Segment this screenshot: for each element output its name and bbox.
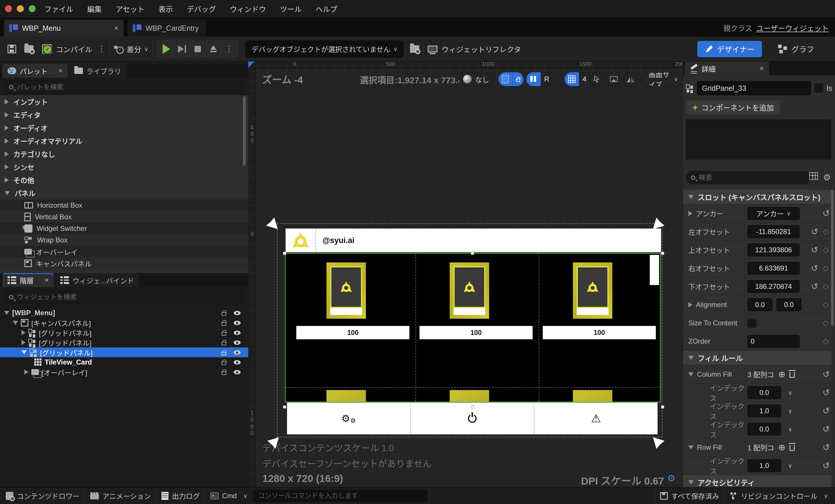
resize-handle[interactable] (283, 405, 286, 409)
add-component-button[interactable]: + コンポーネントを追加 (686, 100, 780, 114)
minimize-window-button[interactable] (17, 5, 24, 12)
palette-category-input[interactable]: インプット (0, 95, 248, 108)
save-status-button[interactable]: すべて保存済み (660, 491, 719, 501)
index-value-input[interactable]: 0.0 (748, 423, 781, 436)
eject-button[interactable] (206, 41, 221, 57)
resize-handle[interactable] (283, 252, 286, 255)
animation-button[interactable]: アニメーション (90, 491, 151, 501)
menu-help[interactable]: ヘルプ (316, 3, 338, 14)
trash-icon[interactable] (790, 372, 795, 378)
palette-scrollbar[interactable] (243, 96, 246, 166)
palette-search-input[interactable] (17, 83, 239, 91)
collapse-icon[interactable] (688, 445, 693, 449)
lock-icon[interactable] (222, 371, 226, 375)
lock-icon[interactable] (222, 352, 226, 355)
slot-section-header[interactable]: スロット (キャンバスパネルスロット) (683, 190, 832, 204)
frame-skip-button[interactable] (174, 41, 190, 57)
palette-item-canvas-panel[interactable]: キャンバスパネル (0, 258, 248, 269)
details-search[interactable] (686, 171, 811, 184)
localization-preview-dropdown[interactable]: なし (459, 72, 493, 86)
widget-name-input[interactable] (697, 81, 811, 95)
tree-row-wbp-menu[interactable]: [WBP_Menu] (0, 308, 248, 318)
chevron-down-icon[interactable]: ∨ (788, 407, 792, 415)
anchor-dropdown[interactable]: アンカー∨ (748, 207, 800, 220)
close-icon[interactable]: × (760, 64, 764, 73)
revision-control-button[interactable]: リビジョンコントロール ∨ (730, 491, 828, 501)
reset-icon[interactable]: ↺ (822, 387, 830, 398)
corner-resize-arrow[interactable] (653, 218, 665, 229)
eye-icon[interactable] (234, 370, 241, 375)
output-log-button[interactable]: 出力ログ (162, 491, 200, 501)
tileview-grid[interactable]: 100 100 100 (286, 254, 659, 402)
details-search-input[interactable] (699, 174, 806, 182)
menu-tools[interactable]: ツール (280, 3, 302, 14)
lock-icon[interactable] (222, 322, 226, 326)
reset-icon[interactable]: ↺ (822, 208, 830, 218)
add-element-icon[interactable]: ⊕ (778, 442, 786, 452)
settings-cell[interactable]: ⚙⚙ (287, 403, 411, 435)
resize-handle[interactable] (471, 405, 474, 409)
index-value-input[interactable]: 1.0 (748, 459, 781, 472)
save-icon[interactable] (7, 45, 16, 53)
tab-wbp-cardentry[interactable]: WBP_CardEntry (127, 20, 206, 37)
eye-icon[interactable] (234, 311, 241, 315)
bind-diamond-icon[interactable]: ◇ (823, 300, 829, 309)
offset-right-input[interactable]: 6.633691 (748, 262, 800, 275)
graph-mode-button[interactable]: グラフ (778, 43, 814, 54)
resize-handle[interactable] (471, 252, 474, 255)
widget-reflector-button[interactable]: ウィジェットリフレクタ (442, 44, 521, 54)
hierarchy-search[interactable] (4, 290, 244, 303)
details-scrollbar[interactable] (831, 190, 834, 326)
index-value-input[interactable]: 0.0 (748, 386, 781, 399)
stop-button[interactable] (190, 41, 206, 57)
lock-icon[interactable] (222, 332, 226, 336)
reset-icon[interactable]: ↺ (822, 424, 830, 434)
tab-hierarchy[interactable]: 階層 × (2, 273, 54, 287)
chevron-down-icon[interactable]: ∨ (788, 462, 792, 469)
cmd-dropdown[interactable]: >_ Cmd ∨ (210, 492, 247, 500)
close-window-button[interactable] (5, 5, 12, 12)
palette-category-synth[interactable]: シンセ (0, 160, 248, 174)
parent-class-link[interactable]: ユーザーウィジェット (756, 24, 829, 33)
reset-icon[interactable]: ↺ (822, 406, 830, 416)
index-value-input[interactable]: 1.0 (748, 405, 781, 417)
debug-object-dropdown[interactable]: デバッグオブジェクトが選択されていません ∨ (246, 41, 404, 57)
tree-row-grid-panel-3-selected[interactable]: [グリッドパネル] (0, 347, 248, 357)
size-to-content-checkbox[interactable] (748, 319, 756, 327)
card-entry[interactable] (326, 262, 366, 319)
gear-icon[interactable]: ⚙ (823, 172, 831, 182)
trash-icon[interactable] (790, 445, 795, 451)
zoom-window-button[interactable] (29, 5, 36, 12)
offset-bottom-input[interactable]: 186.270874 (748, 280, 800, 293)
alignment-x-input[interactable]: 0.0 (748, 298, 772, 311)
expand-icon[interactable] (688, 211, 692, 216)
content-drawer-button[interactable]: コンテンツドロワー (6, 491, 79, 501)
flip-preview-button[interactable] (623, 72, 638, 86)
hierarchy-search-input[interactable] (17, 293, 239, 301)
zorder-input[interactable]: 0 (748, 335, 800, 348)
is-variable-checkbox[interactable] (814, 84, 823, 93)
designer-mode-button[interactable]: デザイナー (697, 41, 762, 57)
reset-icon[interactable]: ↺ (811, 263, 818, 273)
palette-category-panel[interactable]: パネル (0, 186, 248, 200)
card-entry[interactable] (573, 262, 612, 319)
find-in-blueprint-icon[interactable] (410, 45, 419, 53)
palette-category-other[interactable]: その他 (0, 174, 248, 186)
chevron-down-icon[interactable]: ∨ (788, 389, 792, 396)
preview-header-bar[interactable]: @syui.ai (286, 228, 661, 252)
reset-icon[interactable]: ↺ (811, 281, 818, 291)
respect-locks-toggle[interactable]: R (541, 72, 553, 86)
tree-row-canvas-panel[interactable]: [キャンバスパネル] (0, 318, 248, 328)
menu-view[interactable]: 表示 (159, 3, 173, 14)
tree-row-grid-panel-1[interactable]: [グリッドパネル] (0, 328, 248, 338)
tab-details[interactable]: 詳細 × (685, 61, 769, 75)
menu-debug[interactable]: デバッグ (187, 3, 216, 14)
eye-icon[interactable] (234, 321, 241, 325)
palette-item-overlay[interactable]: オーバーレイ (0, 246, 248, 258)
selection-lock-toggle[interactable] (498, 72, 524, 86)
add-element-icon[interactable]: ⊕ (778, 369, 786, 379)
eye-icon[interactable] (234, 350, 241, 355)
fill-rules-section-header[interactable]: フィル ルール (683, 350, 832, 365)
collapse-icon[interactable] (688, 372, 693, 377)
eye-icon[interactable] (234, 360, 241, 364)
